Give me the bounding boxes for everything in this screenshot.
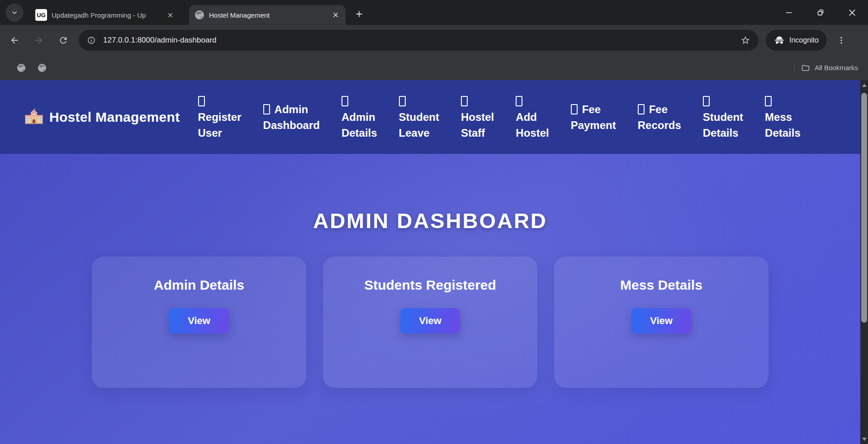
- url-bar[interactable]: 127.0.0.1:8000/admin-dashboard: [79, 30, 759, 51]
- tab-hostel-management[interactable]: Hostel Management: [189, 5, 346, 25]
- reload-icon[interactable]: [54, 31, 72, 49]
- minimize-icon[interactable]: [773, 0, 805, 25]
- missing-glyph-icon: [198, 96, 205, 106]
- missing-glyph-icon: [516, 96, 522, 106]
- view-admin-details-button[interactable]: View: [169, 308, 229, 334]
- nav-item-admin-dashboard[interactable]: Admin Dashboard: [263, 101, 320, 133]
- scroll-down-icon[interactable]: [860, 434, 868, 444]
- tab-updategadh[interactable]: UG Updategadh Programming - Up: [30, 5, 180, 25]
- browser-menu-icon[interactable]: [832, 31, 850, 49]
- all-bookmarks-button[interactable]: All Bookmarks: [801, 63, 858, 72]
- back-icon[interactable]: [5, 31, 24, 49]
- tab-strip: UG Updategadh Programming - Up Hostel Ma…: [0, 0, 868, 25]
- browser-scrollbar: [860, 80, 868, 444]
- nav-item-student-details[interactable]: Student Details: [703, 93, 743, 141]
- bookmarks-bar: All Bookmarks: [0, 55, 868, 80]
- nav-item-mess-details[interactable]: Mess Details: [765, 93, 801, 141]
- card-title: Students Registered: [323, 277, 537, 293]
- card-title: Admin Details: [92, 277, 306, 293]
- missing-glyph-icon: [263, 104, 270, 115]
- chevron-down-icon: [11, 9, 18, 16]
- nav-item-fee-records[interactable]: Fee Records: [638, 101, 681, 133]
- bookmark-star-icon[interactable]: [740, 35, 750, 45]
- scrollbar-thumb[interactable]: [861, 93, 867, 323]
- bookmark-globe-icon[interactable]: [14, 60, 29, 76]
- folder-icon: [801, 63, 810, 72]
- view-students-registered-button[interactable]: View: [400, 308, 460, 334]
- missing-glyph-icon: [342, 96, 348, 106]
- missing-glyph-icon: [703, 96, 710, 106]
- missing-glyph-icon: [638, 104, 645, 115]
- card-students-registered: Students Registered View: [323, 257, 537, 388]
- scroll-up-icon[interactable]: [860, 80, 868, 90]
- close-tab-icon[interactable]: [330, 10, 341, 20]
- tab-search-button[interactable]: [5, 4, 24, 22]
- page-title: ADMIN DASHBOARD: [0, 208, 860, 233]
- restore-icon[interactable]: [805, 0, 836, 25]
- incognito-icon: [774, 35, 785, 46]
- close-tab-icon[interactable]: [165, 10, 175, 20]
- view-mess-details-button[interactable]: View: [631, 308, 691, 334]
- forward-icon[interactable]: [30, 31, 48, 49]
- site-navbar: Hostel Management Register User Admin Da…: [0, 80, 860, 154]
- card-mess-details: Mess Details View: [554, 257, 768, 388]
- tab-title: Hostel Management: [209, 11, 327, 19]
- all-bookmarks-label: All Bookmarks: [815, 64, 858, 72]
- nav-item-add-hostel[interactable]: Add Hostel: [516, 93, 549, 141]
- school-icon: [25, 108, 43, 126]
- ug-favicon: UG: [35, 9, 47, 21]
- cards-row: Admin Details View Students Registered V…: [0, 257, 860, 388]
- missing-glyph-icon: [571, 104, 578, 115]
- nav-item-hostel-staff[interactable]: Hostel Staff: [461, 93, 494, 141]
- incognito-badge: Incognito: [766, 30, 827, 51]
- nav-menu: Register User Admin Dashboard Admin Deta…: [198, 93, 801, 141]
- missing-glyph-icon: [765, 96, 772, 106]
- tab-title: Updategadh Programming - Up: [52, 11, 161, 19]
- nav-item-student-leave[interactable]: Student Leave: [399, 93, 439, 141]
- url-text: 127.0.0.1:8000/admin-dashboard: [103, 36, 740, 45]
- window-controls: [773, 0, 868, 25]
- incognito-label: Incognito: [789, 36, 819, 44]
- nav-item-fee-payment[interactable]: Fee Payment: [571, 101, 616, 133]
- separator: [794, 62, 795, 73]
- missing-glyph-icon: [461, 96, 468, 106]
- bookmark-globe-icon[interactable]: [34, 60, 50, 76]
- info-icon[interactable]: [87, 36, 96, 45]
- nav-item-register-user[interactable]: Register User: [198, 93, 242, 141]
- hero-section: ADMIN DASHBOARD Admin Details View Stude…: [0, 208, 860, 388]
- browser-toolbar: 127.0.0.1:8000/admin-dashboard Incognito: [0, 25, 868, 55]
- page-viewport: Hostel Management Register User Admin Da…: [0, 80, 860, 444]
- missing-glyph-icon: [399, 96, 406, 106]
- new-tab-icon[interactable]: [352, 7, 366, 21]
- card-admin-details: Admin Details View: [92, 257, 306, 388]
- globe-favicon-icon: [194, 10, 204, 20]
- nav-item-admin-details[interactable]: Admin Details: [342, 93, 377, 141]
- card-title: Mess Details: [554, 277, 768, 293]
- brand-title: Hostel Management: [49, 110, 180, 125]
- brand[interactable]: Hostel Management: [25, 108, 180, 126]
- close-window-icon[interactable]: [836, 0, 868, 25]
